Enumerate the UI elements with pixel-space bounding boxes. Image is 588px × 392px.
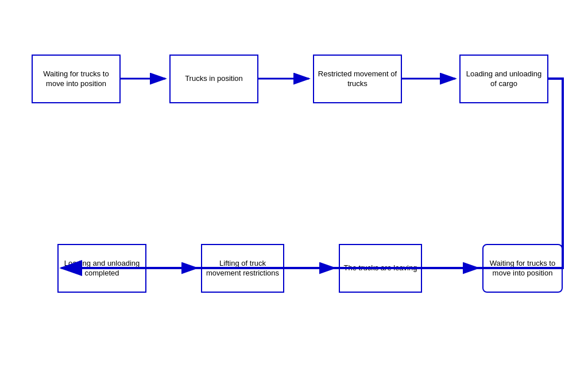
box-lifting-restrictions: Lifting of truck movement restrictions (201, 244, 284, 293)
box-trucks-in-position: Trucks in position (169, 55, 258, 103)
box-loading-unloading-completed: Loading and unloading completed (57, 244, 146, 293)
box-waiting-position-1: Waiting for trucks to move into position (32, 55, 121, 103)
diagram-container: Waiting for trucks to move into position… (0, 0, 588, 392)
box-trucks-leaving: The trucks are leaving (339, 244, 422, 293)
box-loading-unloading-cargo: Loading and unloading of cargo (459, 55, 548, 103)
box-waiting-position-2: Waiting for trucks to move into position (482, 244, 563, 293)
box-restricted-movement: Restricted movement of trucks (313, 55, 402, 103)
